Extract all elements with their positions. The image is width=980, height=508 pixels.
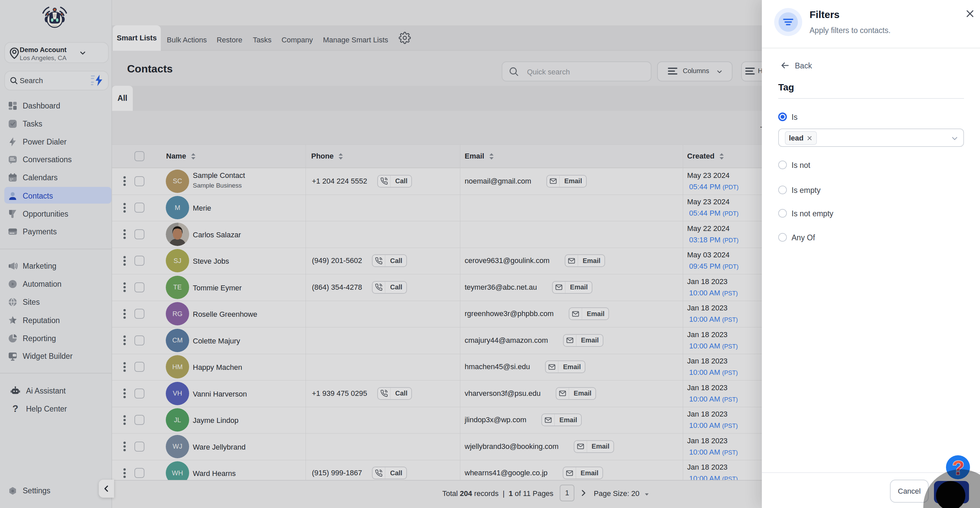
svg-text:?: ?: [12, 404, 18, 414]
